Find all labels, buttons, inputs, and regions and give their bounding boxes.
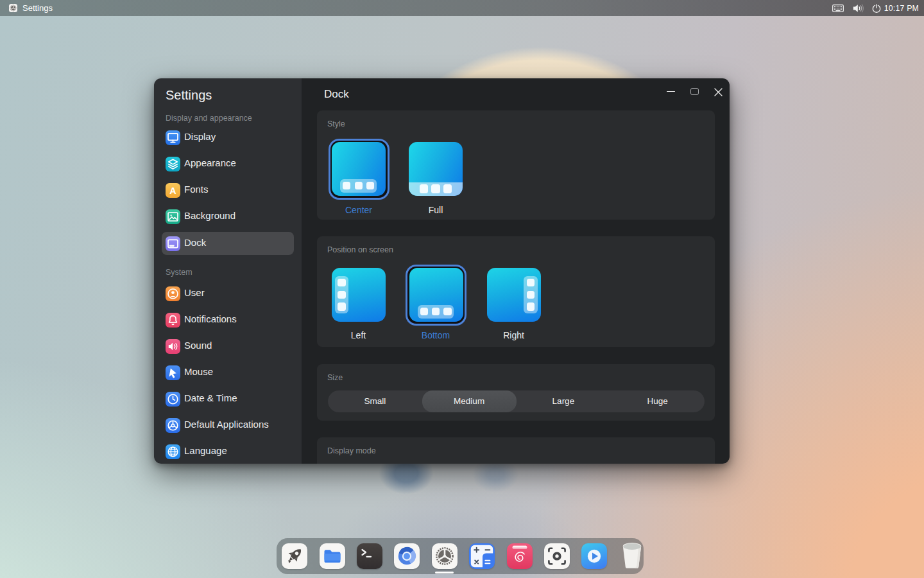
svg-text:A: A	[169, 185, 176, 195]
